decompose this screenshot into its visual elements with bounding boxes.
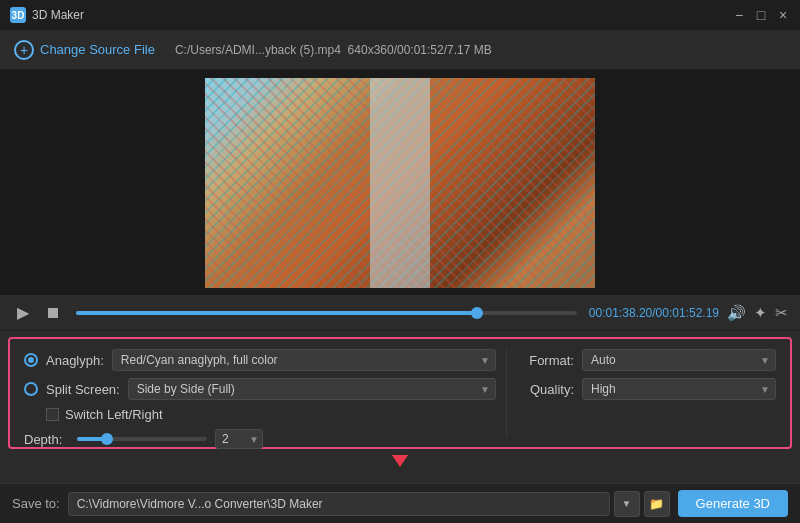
format-select[interactable]: Auto MP4 MKV AVI MOV [582,349,776,371]
anaglyph-select[interactable]: Red/Cyan anaglyph, full color Red/Cyan a… [112,349,496,371]
format-select-wrap: Auto MP4 MKV AVI MOV ▼ [582,349,776,371]
progress-track[interactable] [76,311,577,315]
app-title: 3D Maker [32,8,84,22]
stop-button[interactable]: ⏹ [42,302,64,324]
switch-lr-row: Switch Left/Right [24,407,496,422]
progress-fill [76,311,477,315]
settings-left: Anaglyph: Red/Cyan anaglyph, full color … [24,349,496,437]
playback-bar: ▶ ⏹ 00:01:38.20/00:01:52.19 🔊 ✦ ✂ [0,295,800,331]
depth-label: Depth: [24,432,69,447]
depth-value-wrap: 1 2 3 4 5 ▼ [215,429,263,449]
title-bar-left: 3D 3D Maker [10,7,84,23]
settings-right: Format: Auto MP4 MKV AVI MOV ▼ Quality: … [506,349,776,437]
format-row: Format: Auto MP4 MKV AVI MOV ▼ [519,349,776,371]
split-screen-select[interactable]: Side by Side (Full) Side by Side (Half) … [128,378,496,400]
cut-icon[interactable]: ✂ [775,304,788,322]
generate-3d-button[interactable]: Generate 3D [678,490,788,517]
red-arrow-indicator [0,455,800,467]
depth-row: Depth: 1 2 3 4 5 ▼ [24,429,496,449]
volume-icon[interactable]: 🔊 [727,304,746,322]
anaglyph-label: Anaglyph: [46,353,104,368]
depth-thumb [101,433,113,445]
down-arrow-icon [392,455,408,467]
app-icon: 3D [10,7,26,23]
depth-slider[interactable] [77,437,207,441]
quality-select-wrap: High Medium Low ▼ [582,378,776,400]
add-icon: + [14,40,34,60]
split-screen-label: Split Screen: [46,382,120,397]
change-source-button[interactable]: + Change Source File [14,40,155,60]
switch-lr-checkbox[interactable] [46,408,59,421]
save-path-wrap: ▼ 📁 [68,491,670,517]
progress-thumb [471,307,483,319]
quality-label: Quality: [519,382,574,397]
title-bar-controls: − □ × [732,8,790,22]
play-button[interactable]: ▶ [12,302,34,324]
split-screen-row: Split Screen: Side by Side (Full) Side b… [24,378,496,400]
split-screen-select-wrap: Side by Side (Full) Side by Side (Half) … [128,378,496,400]
close-button[interactable]: × [776,8,790,22]
split-screen-radio[interactable] [24,382,38,396]
maximize-button[interactable]: □ [754,8,768,22]
time-display: 00:01:38.20/00:01:52.19 [589,306,719,320]
effects-icon[interactable]: ✦ [754,304,767,322]
anaglyph-row: Anaglyph: Red/Cyan anaglyph, full color … [24,349,496,371]
folder-icon: 📁 [649,497,664,511]
switch-lr-label: Switch Left/Right [65,407,163,422]
quality-select[interactable]: High Medium Low [582,378,776,400]
change-source-label: Change Source File [40,42,155,57]
title-bar: 3D 3D Maker − □ × [0,0,800,30]
save-to-label: Save to: [12,496,60,511]
toolbar: + Change Source File C:/Users/ADMI...yba… [0,30,800,70]
depth-select[interactable]: 1 2 3 4 5 [215,429,263,449]
anaglyph-select-wrap: Red/Cyan anaglyph, full color Red/Cyan a… [112,349,496,371]
save-path-input[interactable] [68,492,610,516]
format-label: Format: [519,353,574,368]
anaglyph-radio[interactable] [24,353,38,367]
bottom-bar: Save to: ▼ 📁 Generate 3D [0,483,800,523]
browse-folder-button[interactable]: 📁 [644,491,670,517]
video-thumbnail [205,78,595,288]
minimize-button[interactable]: − [732,8,746,22]
save-dropdown-button[interactable]: ▼ [614,491,640,517]
file-path: C:/Users/ADMI...yback (5).mp4 640x360/00… [175,43,492,57]
settings-panel: Anaglyph: Red/Cyan anaglyph, full color … [8,337,792,449]
video-area [0,70,800,295]
quality-row: Quality: High Medium Low ▼ [519,378,776,400]
